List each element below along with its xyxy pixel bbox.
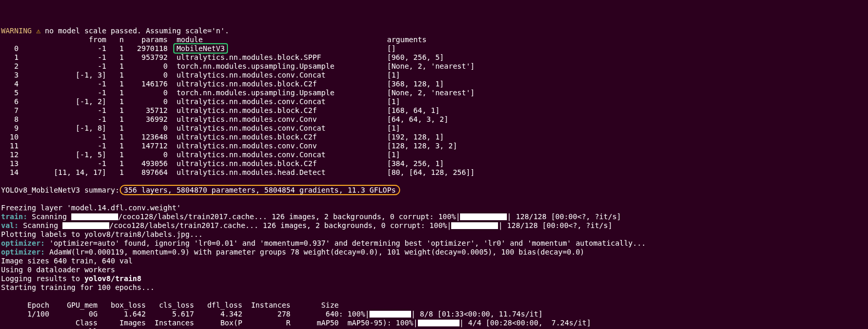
- progress-bar: [369, 311, 411, 318]
- warning-label: WARNING: [1, 27, 32, 35]
- progress-bar: [460, 213, 507, 220]
- image-sizes-line: Image sizes 640 train, 640 val: [1, 257, 133, 265]
- module-highlight: MobileNetV3: [173, 43, 228, 54]
- warning-msg: no model scale passed. Assuming scale='n…: [45, 27, 229, 35]
- val-scan-word: Scanning: [23, 221, 58, 230]
- optimizer-line-2: AdamW(lr=0.000119, momentum=0.9) with pa…: [45, 248, 584, 256]
- optimizer-line-1: 'optimizer=auto' found, ignoring 'lr0=0.…: [45, 239, 646, 247]
- start-training-line: Starting training for 100 epochs...: [1, 283, 155, 292]
- logging-prefix: Logging results to: [1, 274, 84, 283]
- train-scan-tail: | 128/128 [00:00<?, ?it/s]: [507, 212, 621, 221]
- progress-bar: [418, 320, 459, 326]
- redacted-path-bar: [62, 222, 109, 229]
- logging-path: yolov8/train8: [84, 274, 142, 283]
- progress-bar: [451, 222, 498, 229]
- summary-prefix: YOLOv8_MobileNetV3 summary:: [1, 186, 124, 194]
- val-header-row: Class Images Instances Box(P R mAP50 mAP…: [1, 319, 418, 327]
- plotting-line: Plotting labels to yolov8/train8/labels.…: [1, 230, 203, 238]
- model-layer-table: from n params module arguments 0 -1 1 29…: [1, 35, 867, 177]
- train-epoch-tail: | 8/8 [01:33<00:00, 11.74s/it]: [411, 310, 543, 318]
- freeze-line: Freezing layer 'model.14.dfl.conv.weight…: [1, 204, 181, 212]
- train-epoch-row: 1/100 0G 1.642 5.617 4.342 278 640: 100%…: [1, 310, 369, 318]
- warning-icon: ⚠: [36, 27, 40, 35]
- train-scan-word: Scanning: [32, 212, 67, 221]
- terminal-output: WARNING ⚠ no model scale passed. Assumin…: [0, 18, 868, 329]
- val-scan-tail: | 128/128 [00:00<?, ?it/s]: [498, 221, 612, 230]
- val-header-tail: | 4/4 [00:28<00:00, 7.24s/it]: [459, 319, 591, 327]
- train-scan-rest: /coco128/labels/train2017.cache... 126 i…: [118, 212, 460, 221]
- val-scan-rest: /coco128/labels/train2017.cache... 126 i…: [109, 221, 451, 230]
- train-header: Epoch GPU_mem box_loss cls_loss dfl_loss…: [1, 301, 339, 309]
- redacted-path-bar: [71, 213, 118, 220]
- optimizer-label: optimizer:: [1, 248, 45, 256]
- summary-highlight: 356 layers, 5804870 parameters, 5804854 …: [120, 185, 400, 195]
- val-label: val:: [1, 221, 19, 230]
- train-label: train:: [1, 212, 28, 221]
- optimizer-label: optimizer:: [1, 239, 45, 247]
- workers-line: Using 0 dataloader workers: [1, 265, 115, 274]
